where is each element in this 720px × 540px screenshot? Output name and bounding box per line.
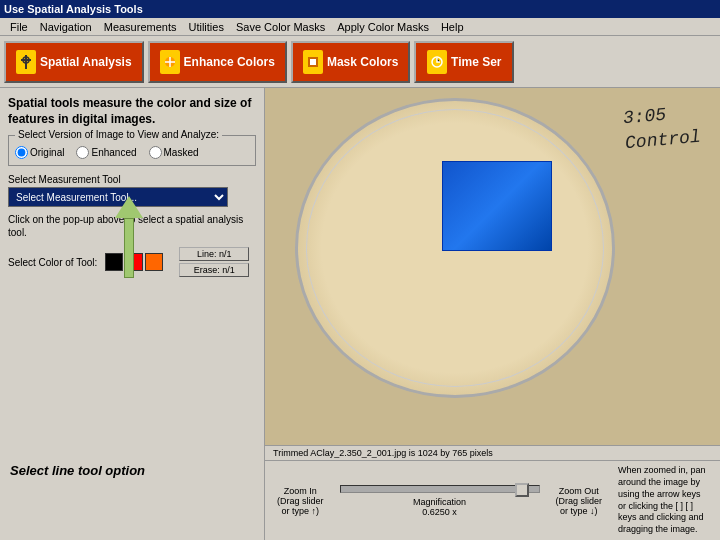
radio-original[interactable]: Original — [15, 146, 64, 159]
menu-apply-masks[interactable]: Apply Color Masks — [331, 20, 435, 34]
spatial-label: Spatial Analysis — [40, 55, 132, 69]
menu-utilities[interactable]: Utilities — [182, 20, 229, 34]
color-buttons: Line: n/1 Erase: n/1 — [179, 247, 249, 277]
color-label: Select Color of Tool: — [8, 257, 97, 268]
measurement-label: Select Measurement Tool — [8, 174, 256, 185]
title-bar: Use Spatial Analysis Tools — [0, 0, 720, 18]
arrow-shaft — [124, 218, 134, 278]
radio-original-input[interactable] — [15, 146, 28, 159]
menu-bar: File Navigation Measurements Utilities S… — [0, 18, 720, 36]
arrow-head — [115, 196, 143, 218]
menu-help[interactable]: Help — [435, 20, 470, 34]
right-panel: 3:05 Control Trimmed AClay_2.350_2_001.j… — [265, 88, 720, 540]
menu-file[interactable]: File — [4, 20, 34, 34]
version-group: Select Version of Image to View and Anal… — [8, 135, 256, 166]
radio-enhanced[interactable]: Enhanced — [76, 146, 136, 159]
zoom-slider[interactable] — [340, 485, 540, 493]
line-button[interactable]: Line: n/1 — [179, 247, 249, 261]
version-radio-group: Original Enhanced Masked — [15, 142, 249, 159]
enhance-colors-button[interactable]: Enhance Colors — [148, 41, 287, 83]
panel-description: Spatial tools measure the color and size… — [8, 96, 256, 127]
erase-button[interactable]: Erase: n/1 — [179, 263, 249, 277]
menu-navigation[interactable]: Navigation — [34, 20, 98, 34]
left-panel: Spatial tools measure the color and size… — [0, 88, 265, 540]
zoom-out-group: Zoom Out (Drag slider or type ↓) — [556, 486, 603, 516]
handwriting-overlay: 3:05 Control — [622, 100, 702, 157]
zoom-in-label: Zoom In (Drag slider or type ↑) — [277, 486, 324, 516]
zoom-out-label: Zoom Out (Drag slider or type ↓) — [556, 486, 603, 516]
image-canvas[interactable]: 3:05 Control — [265, 88, 720, 460]
main-content: Spatial tools measure the color and size… — [0, 88, 720, 540]
mask-colors-button[interactable]: Mask Colors — [291, 41, 410, 83]
time-icon — [427, 50, 447, 74]
window-title: Use Spatial Analysis Tools — [4, 3, 143, 15]
mask-label: Mask Colors — [327, 55, 398, 69]
toolbar: Spatial Analysis Enhance Colors Mask Col… — [0, 36, 720, 88]
zoom-in-group: Zoom In (Drag slider or type ↑) — [277, 486, 324, 516]
time-series-button[interactable]: Time Ser — [414, 41, 514, 83]
handwriting-line2: Control — [625, 125, 703, 157]
slider-container: Magnification 0.6250 x — [340, 485, 540, 517]
zoom-slider-thumb[interactable] — [515, 483, 529, 497]
petri-dish — [295, 98, 615, 398]
blue-sample — [442, 161, 552, 251]
zoom-controls: Zoom In (Drag slider or type ↑) Magnific… — [265, 460, 720, 540]
time-label: Time Ser — [451, 55, 501, 69]
enhance-icon — [160, 50, 180, 74]
arrow-annotation — [115, 196, 143, 278]
radio-masked-input[interactable] — [149, 146, 162, 159]
menu-save-masks[interactable]: Save Color Masks — [230, 20, 331, 34]
spatial-analysis-button[interactable]: Spatial Analysis — [4, 41, 144, 83]
svg-rect-3 — [310, 59, 316, 65]
select-tool-label: Select line tool option — [10, 463, 145, 480]
menu-measurements[interactable]: Measurements — [98, 20, 183, 34]
zoom-note: When zoomed in, pan around the image by … — [618, 465, 708, 535]
swatch-orange[interactable] — [145, 253, 163, 271]
mask-icon — [303, 50, 323, 74]
spatial-icon — [16, 50, 36, 74]
radio-masked[interactable]: Masked — [149, 146, 199, 159]
radio-enhanced-input[interactable] — [76, 146, 89, 159]
image-status: Trimmed AClay_2.350_2_001.jpg is 1024 by… — [265, 445, 720, 460]
magnification-label: Magnification 0.6250 x — [413, 497, 466, 517]
version-group-label: Select Version of Image to View and Anal… — [15, 129, 222, 140]
enhance-label: Enhance Colors — [184, 55, 275, 69]
